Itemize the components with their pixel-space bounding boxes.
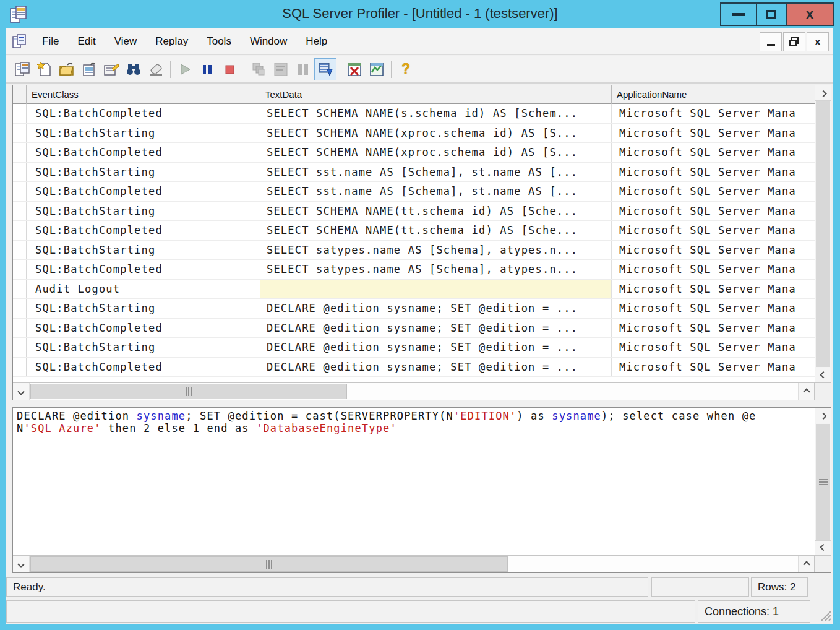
extract-events-button[interactable] [343,58,366,80]
start-replay-button[interactable] [174,58,196,80]
mdi-restore-button[interactable] [783,32,805,51]
chevron-right-icon [803,388,810,395]
column-header-eventclass[interactable]: EventClass [27,85,260,104]
sqlpane-vscroll-thumb[interactable] [816,424,830,540]
table-row[interactable]: SQL:BatchCompleted DECLARE @edition sysn… [13,358,815,378]
table-row[interactable]: SQL:BatchStarting SELECT SCHEMA_NAME(xpr… [13,124,815,144]
new-trace-properties-icon [14,61,30,77]
table-row[interactable]: SQL:BatchStarting SELECT SCHEMA_NAME(tt.… [13,202,815,222]
toggle-breakpoint-button[interactable] [292,58,314,80]
save-trace-button[interactable] [78,58,100,80]
menu-view[interactable]: View [107,32,145,51]
table-row[interactable]: Audit Logout Microsoft SQL Server Mana [13,280,815,300]
scroll-down-arrow[interactable] [815,540,831,556]
find-button[interactable] [122,58,145,80]
sql-token: ); select case when @e [601,410,756,422]
scroll-left-arrow[interactable] [13,383,30,400]
cell-textdata: SELECT SCHEMA_NAME(tt.schema_id) AS [Sch… [260,221,612,240]
mdi-minimize-button[interactable] [760,32,782,51]
menu-tools[interactable]: Tools [199,32,239,51]
run-to-cursor-button[interactable] [270,58,292,80]
menu-help[interactable]: Help [298,32,335,51]
cell-eventclass: Audit Logout [27,280,260,299]
cell-applicationname: Microsoft SQL Server Mana [612,182,815,201]
stop-trace-button[interactable] [218,58,241,80]
grid-vertical-scrollbar[interactable] [815,85,831,383]
clear-trace-window-button[interactable] [145,58,167,80]
table-row[interactable]: SQL:BatchCompleted SELECT SCHEMA_NAME(xp… [13,143,815,163]
new-trace-button[interactable] [33,58,56,80]
trace-properties-button[interactable] [100,58,122,80]
toolbar-separator [391,61,392,78]
sqlpane-vertical-scrollbar[interactable] [815,408,831,556]
sql-token: sysname [552,410,601,422]
row-selector-header[interactable] [13,85,27,104]
window-minimize-button[interactable] [720,2,756,26]
row-selector-cell [13,338,27,357]
cell-textdata: DECLARE @edition sysname; SET @edition =… [260,299,612,318]
table-row[interactable]: SQL:BatchStarting DECLARE @edition sysna… [13,299,815,319]
table-row[interactable]: SQL:BatchCompleted SELECT sst.name AS [S… [13,182,815,202]
sql-text-pane[interactable]: DECLARE @edition sysname; SET @edition =… [12,407,831,573]
sqlpane-hscroll-thumb[interactable] [30,556,508,572]
scroll-left-arrow[interactable] [13,556,30,572]
cell-textdata: SELECT sst.name AS [Schema], st.name AS … [260,163,612,182]
cell-applicationname: Microsoft SQL Server Mana [612,104,815,123]
menu-edit[interactable]: Edit [70,32,103,51]
help-button[interactable]: ? [395,58,417,80]
scroll-down-arrow[interactable] [815,368,831,383]
sql-token: N [17,422,24,434]
table-row[interactable]: SQL:BatchStarting SELECT sst.name AS [Sc… [13,163,815,183]
open-trace-file-button[interactable] [56,58,78,80]
grid-hscroll-thumb[interactable] [30,384,347,399]
menu-window[interactable]: Window [242,32,294,51]
cell-textdata: DECLARE @edition sysname; SET @edition =… [260,358,612,377]
window-maximize-button[interactable] [756,2,786,26]
sql-token: 'EDITION' [453,410,516,422]
cell-textdata: DECLARE @edition sysname; SET @edition =… [260,319,612,338]
table-row[interactable]: SQL:BatchCompleted SELECT SCHEMA_NAME(tt… [13,221,815,241]
cell-applicationname: Microsoft SQL Server Mana [612,358,815,377]
scroll-up-arrow[interactable] [815,408,831,423]
scrollbar-corner [814,382,831,400]
execute-step-icon [251,61,267,77]
sql-token: ) as [516,410,552,422]
sql-text[interactable]: DECLARE @edition sysname; SET @edition =… [13,408,814,555]
window-close-button[interactable]: x [786,2,834,26]
cell-eventclass: SQL:BatchStarting [27,124,260,143]
status-row-count: Rows: 2 [751,577,808,597]
column-header-textdata[interactable]: TextData [260,85,612,104]
execute-one-step-button[interactable] [247,58,270,80]
resize-grip[interactable] [818,608,831,621]
sqlpane-horizontal-scrollbar[interactable] [13,555,815,572]
scroll-up-arrow[interactable] [815,85,831,101]
menu-replay[interactable]: Replay [148,32,195,51]
row-selector-cell [13,163,27,182]
scroll-right-arrow[interactable] [798,383,815,400]
column-header-applicationname[interactable]: ApplicationName [612,85,815,104]
menu-file[interactable]: File [35,32,66,51]
scroll-right-arrow[interactable] [798,556,815,572]
auto-scroll-window-button[interactable] [314,58,336,80]
new-trace-properties-button[interactable] [11,58,33,80]
chevron-up-icon [820,90,826,97]
table-row[interactable]: SQL:BatchCompleted SELECT SCHEMA_NAME(s.… [13,104,815,124]
grid-horizontal-scrollbar[interactable] [13,382,815,400]
binoculars-icon [126,61,142,77]
mdi-close-button[interactable]: x [807,32,829,51]
trace-document-icon[interactable] [12,34,26,49]
menu-help-key: H [306,35,313,47]
table-row[interactable]: SQL:BatchStarting SELECT satypes.name AS… [13,241,815,261]
performance-counters-button[interactable] [366,58,388,80]
window-body: File Edit View Replay Tools Window Help … [6,28,833,624]
row-selector-cell [13,280,27,299]
cell-textdata: SELECT SCHEMA_NAME(tt.schema_id) AS [Sch… [260,202,612,221]
table-row[interactable]: SQL:BatchCompleted SELECT satypes.name A… [13,260,815,280]
pause-trace-button[interactable] [196,58,218,80]
toolbar-separator [244,61,244,78]
table-row[interactable]: SQL:BatchStarting DECLARE @edition sysna… [13,338,815,358]
menu-window-rest: indow [260,35,287,47]
table-row[interactable]: SQL:BatchCompleted DECLARE @edition sysn… [13,319,815,339]
grid-vscroll-thumb[interactable] [816,101,830,367]
cell-eventclass: SQL:BatchStarting [27,338,260,357]
